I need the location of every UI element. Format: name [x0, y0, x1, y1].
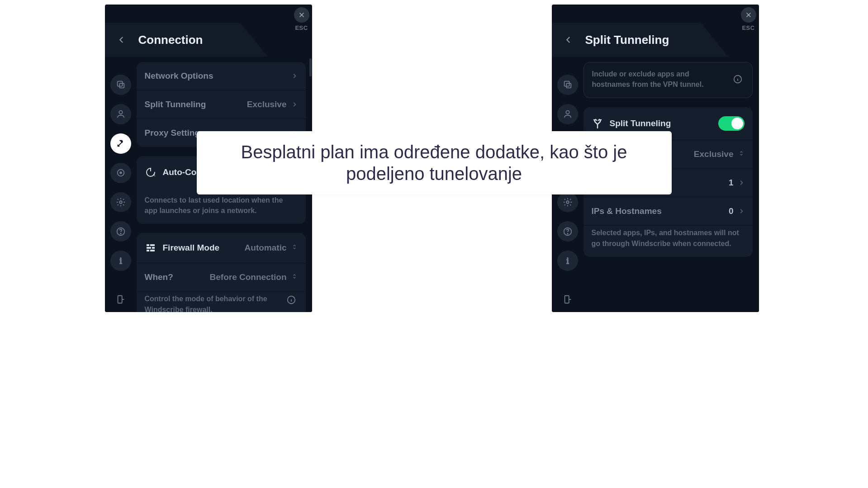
close-button[interactable] [741, 7, 756, 23]
ips-row[interactable]: IPs & Hostnames 0 [583, 197, 753, 225]
svg-rect-15 [147, 250, 149, 251]
scrollbar[interactable] [309, 58, 312, 76]
intro-text: Include or exclude apps and hostnames fr… [592, 69, 726, 90]
info-icon[interactable] [731, 73, 744, 85]
svg-rect-12 [150, 244, 155, 246]
split-footer-row: Selected apps, IPs, and hostnames will n… [583, 225, 753, 256]
proxy-settings-label: Proxy Settings [145, 128, 205, 138]
svg-point-5 [119, 201, 122, 204]
sidebar: i [105, 57, 137, 312]
esc-label: ESC [295, 24, 308, 31]
chevron-right-icon [738, 180, 745, 186]
sidebar-account-icon[interactable] [110, 104, 131, 124]
svg-text:i: i [119, 256, 122, 265]
updown-icon [291, 243, 298, 253]
sidebar-robert-icon[interactable] [110, 163, 131, 183]
esc-label: ESC [742, 24, 754, 31]
split-tunneling-value: Exclusive [247, 99, 287, 109]
chevron-right-icon [738, 208, 745, 214]
auto-connect-icon: A [145, 166, 157, 178]
header: ESC Connection [105, 5, 312, 57]
svg-point-4 [120, 172, 122, 174]
close-button[interactable] [294, 7, 309, 23]
svg-point-25 [567, 233, 568, 234]
sidebar-help-icon[interactable] [110, 221, 131, 242]
firewall-icon [145, 242, 157, 254]
mode-value: Exclusive [694, 149, 734, 159]
firewall-card: Firewall Mode Automatic When? B [137, 233, 306, 312]
svg-rect-11 [147, 244, 149, 246]
firewall-mode-label: Firewall Mode [163, 243, 220, 253]
apps-count: 1 [729, 178, 734, 188]
firewall-when-label: When? [145, 272, 173, 282]
split-tunneling-label: Split Tunneling [145, 99, 206, 109]
split-tunneling-toggle[interactable] [718, 116, 745, 131]
firewall-desc: Control the mode of behavior of the Wind… [145, 294, 280, 312]
firewall-when-value: Before Connection [210, 272, 287, 282]
split-tunneling-toggle-label: Split Tunneling [610, 118, 671, 128]
svg-point-7 [120, 233, 121, 234]
sidebar-about-icon[interactable]: i [557, 251, 578, 271]
back-button[interactable] [562, 33, 575, 47]
intro-card: Include or exclude apps and hostnames fr… [583, 62, 753, 98]
firewall-desc-row: Control the mode of behavior of the Wind… [137, 291, 306, 312]
svg-rect-1 [119, 84, 124, 88]
firewall-mode-row[interactable]: Firewall Mode Automatic [137, 233, 306, 263]
svg-text:i: i [566, 256, 569, 265]
firewall-mode-value: Automatic [245, 243, 287, 253]
updown-icon [738, 149, 745, 159]
sidebar-settings-icon[interactable] [110, 192, 131, 213]
caption-text: Besplatni plan ima određene dodatke, kao… [210, 141, 658, 185]
svg-rect-9 [118, 295, 122, 303]
info-icon[interactable] [285, 294, 298, 306]
svg-rect-27 [564, 295, 569, 303]
sidebar-general-icon[interactable] [110, 75, 131, 95]
sidebar-help-icon[interactable] [557, 221, 578, 242]
firewall-when-row[interactable]: When? Before Connection [137, 263, 306, 291]
auto-connect-desc: Connects to last used location when the … [145, 195, 298, 216]
svg-text:A: A [152, 173, 155, 177]
network-options-row[interactable]: Network Options [137, 62, 306, 90]
updown-icon [291, 272, 298, 282]
split-icon [592, 118, 603, 129]
svg-point-20 [566, 111, 569, 114]
split-footer-text: Selected apps, IPs, and hostnames will n… [592, 227, 745, 248]
svg-point-2 [119, 111, 122, 114]
caption-box: Besplatni plan ima određene dodatke, kao… [197, 131, 672, 194]
network-options-label: Network Options [145, 71, 213, 81]
header: ESC Split Tunneling [552, 5, 759, 57]
svg-point-23 [566, 201, 569, 204]
sidebar-logout-icon[interactable] [110, 289, 131, 309]
page-title: Connection [138, 33, 203, 47]
chevron-right-icon [291, 101, 298, 108]
sidebar-logout-icon[interactable] [557, 289, 578, 309]
svg-rect-14 [152, 247, 155, 249]
sidebar-connection-icon[interactable] [110, 133, 131, 154]
sidebar-general-icon[interactable] [557, 75, 578, 95]
page-title: Split Tunneling [585, 33, 669, 47]
sidebar-account-icon[interactable] [557, 104, 578, 124]
svg-rect-16 [150, 250, 155, 251]
sidebar-settings-icon[interactable] [557, 192, 578, 213]
svg-rect-13 [147, 247, 151, 249]
back-button[interactable] [115, 33, 128, 47]
sidebar-about-icon[interactable]: i [110, 251, 131, 271]
svg-rect-19 [566, 84, 571, 88]
split-tunneling-row[interactable]: Split Tunneling Exclusive [137, 90, 306, 118]
ips-label: IPs & Hostnames [592, 206, 662, 216]
ips-count: 0 [729, 206, 734, 216]
chevron-right-icon [291, 73, 298, 79]
